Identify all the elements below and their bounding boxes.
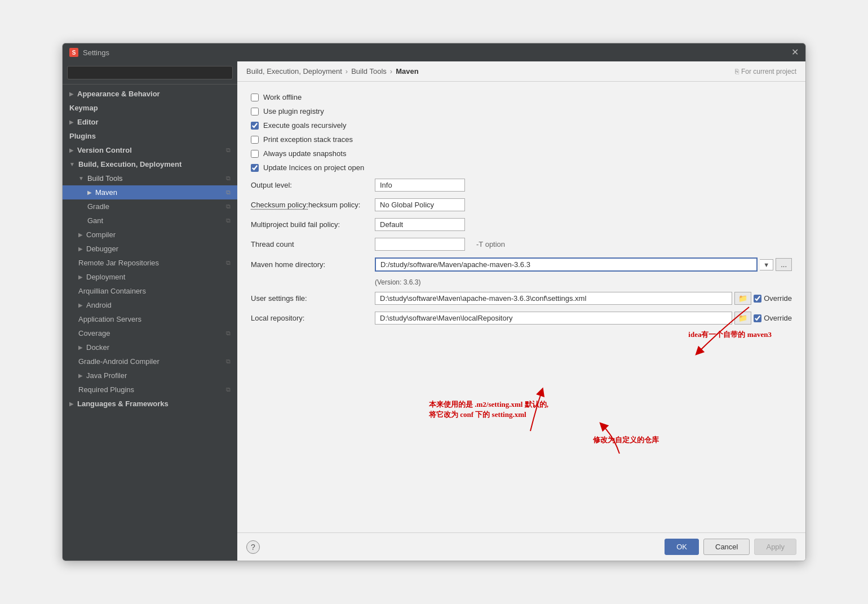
maven-home-row: Maven home directory: ▼ ... [251,257,792,272]
multiproject-label: Multiproject build fail policy: [251,220,375,229]
sidebar-item-maven[interactable]: ▶ Maven ⧉ [63,185,237,199]
thread-count-input[interactable] [375,238,465,251]
sidebar-item-label: Android [86,301,112,309]
user-settings-input[interactable] [375,292,732,305]
execute-goals-checkbox[interactable] [251,122,259,130]
user-settings-label: User settings file: [251,294,375,303]
sidebar-item-label: Keymap [69,104,98,112]
sidebar-item-label: Build Tools [87,174,123,183]
search-input[interactable] [67,66,233,79]
sidebar: ▶ Appearance & Behavior Keymap ▶ Editor … [63,61,237,561]
work-offline-label: Work offline [263,93,302,101]
sidebar-item-editor[interactable]: ▶ Editor [63,115,237,129]
title-bar-left: S Settings [69,48,109,57]
local-repo-row: Local repository: 📁 Override [251,312,792,325]
sidebar-item-required-plugins[interactable]: Required Plugins ⧉ [63,383,237,397]
sidebar-item-version-control[interactable]: ▶ Version Control ⧉ [63,143,237,157]
sidebar-item-docker[interactable]: ▶ Docker [63,340,237,354]
output-level-select[interactable]: Info Debug Warn Error [375,179,465,192]
multiproject-select[interactable]: Default Fail At End Never Fail [375,218,465,231]
checksum-row: Checksum policy:hecksum policy: No Globa… [251,198,792,211]
footer-left: ? [246,540,260,554]
sidebar-item-label: Plugins [69,132,96,140]
checksum-label-text: Checksum policy: [251,201,308,209]
expand-arrow-icon: ▶ [78,274,83,280]
output-level-label: Output level: [251,181,375,189]
checksum-select[interactable]: No Global Policy Fail Warn Ignore [375,198,465,211]
copy-icon: ⧉ [226,146,231,154]
sidebar-item-gradle-android[interactable]: Gradle-Android Compiler ⧉ [63,354,237,368]
close-button[interactable]: ✕ [791,48,799,57]
ok-button[interactable]: OK [665,539,699,555]
thread-count-label: Thread count [251,240,375,248]
expand-arrow-icon: ▶ [78,372,83,379]
output-level-row: Output level: Info Debug Warn Error [251,179,792,192]
sidebar-item-compiler[interactable]: ▶ Compiler [63,228,237,242]
maven-home-browse-btn[interactable]: ... [776,258,792,271]
breadcrumb: Build, Execution, Deployment › Build Too… [237,61,805,82]
sidebar-item-keymap[interactable]: Keymap [63,101,237,115]
sidebar-item-coverage[interactable]: Coverage ⧉ [63,326,237,340]
sidebar-item-remote-jar[interactable]: Remote Jar Repositories ⧉ [63,256,237,270]
local-repo-label: Local repository: [251,314,375,322]
sidebar-item-gradle[interactable]: Gradle ⧉ [63,199,237,214]
local-repo-override-checkbox[interactable] [754,314,761,322]
sidebar-item-label: Arquillian Containers [78,287,146,295]
sidebar-item-label: Editor [77,118,99,126]
sidebar-item-debugger[interactable]: ▶ Debugger [63,242,237,256]
maven-home-input[interactable] [375,257,758,272]
expand-arrow-icon: ▶ [69,119,74,125]
content-area: Work offline Use plugin registry Execute… [237,82,805,532]
copy-icon: ⧉ [226,330,231,337]
sidebar-item-deployment[interactable]: ▶ Deployment [63,270,237,284]
checksum-label-rest: hecksum policy: [308,201,360,209]
copy-icon: ⧉ [226,175,231,182]
user-settings-override-checkbox[interactable] [754,295,761,303]
sidebar-item-app-servers[interactable]: Application Servers [63,312,237,326]
t-option-label: -T option [476,240,505,248]
sidebar-item-label: Languages & Frameworks [77,399,169,408]
annotation-bottom-left-line1: 本来使用的是 .m2/setting.xml 默认的, [429,399,548,410]
annotation-top-right: idea有一个自带的 maven3 [688,330,772,340]
expand-arrow-icon: ▶ [78,344,83,350]
sidebar-item-plugins[interactable]: Plugins [63,129,237,143]
copy-icon: ⧉ [226,203,231,210]
update-indices-checkbox[interactable] [251,164,259,172]
sidebar-item-label: Application Servers [78,315,141,323]
project-icon: ⎘ [735,68,739,76]
update-indices-label: Update Incices on project open [263,163,364,172]
sidebar-item-arquillian[interactable]: Arquillian Containers [63,284,237,298]
print-exception-checkbox[interactable] [251,136,259,144]
dialog-title: Settings [83,48,109,57]
sidebar-item-java-profiler[interactable]: ▶ Java Profiler [63,368,237,383]
user-settings-control: 📁 Override [375,292,792,305]
breadcrumb-sep-1: › [390,67,392,76]
sidebar-item-languages[interactable]: ▶ Languages & Frameworks [63,397,237,411]
copy-icon: ⧉ [226,358,231,365]
user-settings-browse-btn[interactable]: 📁 [734,292,751,305]
footer-right: OK Cancel Apply [665,539,796,555]
sidebar-item-appearance[interactable]: ▶ Appearance & Behavior [63,87,237,101]
use-plugin-registry-checkbox[interactable] [251,108,259,116]
local-repo-input[interactable] [375,312,732,325]
local-repo-override-label: Override [764,314,792,322]
multiproject-control: Default Fail At End Never Fail [375,218,792,231]
work-offline-checkbox[interactable] [251,94,259,101]
apply-button[interactable]: Apply [754,539,796,555]
user-settings-override: Override [754,294,792,303]
expand-arrow-icon: ▶ [69,147,74,153]
main-content: Build, Execution, Deployment › Build Too… [237,61,805,561]
sidebar-item-build-tools[interactable]: ▼ Build Tools ⧉ [63,171,237,185]
breadcrumb-project: ⎘ For current project [735,68,796,76]
sidebar-item-label: Remote Jar Repositories [78,259,159,267]
sidebar-item-gant[interactable]: Gant ⧉ [63,214,237,228]
always-update-checkbox[interactable] [251,150,259,158]
use-plugin-registry-label: Use plugin registry [263,107,324,116]
sidebar-item-android[interactable]: ▶ Android [63,298,237,312]
footer: ? OK Cancel Apply [237,532,805,561]
maven-home-dropdown-btn[interactable]: ▼ [760,259,773,270]
local-repo-browse-btn[interactable]: 📁 [734,312,751,325]
help-button[interactable]: ? [246,540,260,554]
cancel-button[interactable]: Cancel [703,539,750,555]
sidebar-item-build-exec[interactable]: ▼ Build, Execution, Deployment [63,157,237,171]
